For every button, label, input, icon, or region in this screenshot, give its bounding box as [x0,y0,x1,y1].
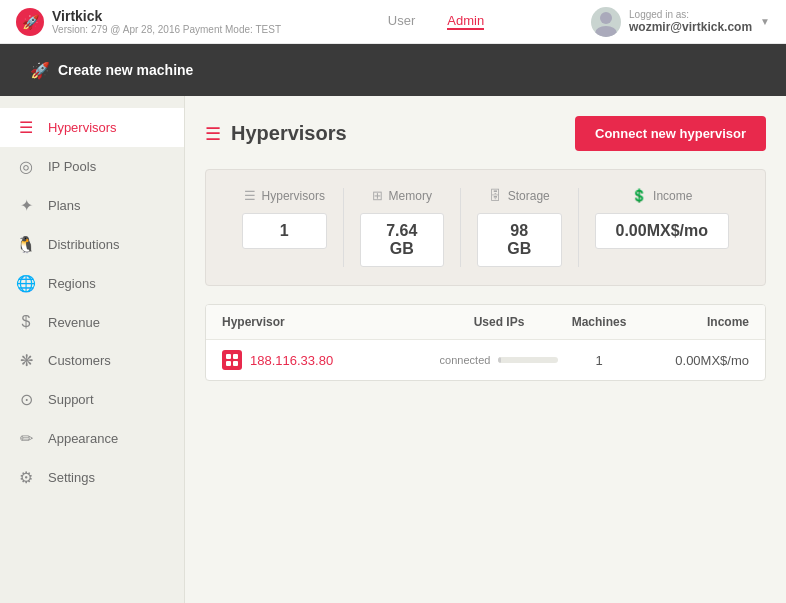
sidebar-item-ip-pools[interactable]: ◎ IP Pools [0,147,184,186]
cell-hypervisor: 188.116.33.80 [222,350,439,370]
brand-text: Virtkick Version: 279 @ Apr 28, 2016 Pay… [52,8,281,36]
sidebar-item-support[interactable]: ⊙ Support [0,380,184,419]
stat-storage: 🗄 Storage 98 GB [461,188,579,267]
rocket-icon: 🚀 [30,61,50,80]
col-machines: Machines [559,315,639,329]
page-header: ☰ Hypervisors Connect new hypervisor [205,116,766,151]
brand-version: Version: 279 @ Apr 28, 2016 Payment Mode… [52,24,281,35]
customers-icon: ❋ [16,351,36,370]
top-navbar: 🚀 Virtkick Version: 279 @ Apr 28, 2016 P… [0,0,786,44]
sidebar-label-hypervisors: Hypervisors [48,120,117,135]
svg-point-1 [595,26,617,37]
hypervisor-status-icon [222,350,242,370]
sidebar: ☰ Hypervisors ◎ IP Pools ✦ Plans 🐧 Distr… [0,96,185,603]
sidebar-label-customers: Customers [48,353,111,368]
regions-icon: 🌐 [16,274,36,293]
hypervisors-table: Hypervisor Used IPs Machines Income 188.… [205,304,766,381]
page-title: Hypervisors [231,122,347,145]
topnav-right: Logged in as: wozmir@virtkick.com ▼ [591,7,770,37]
stat-hypervisors: ☰ Hypervisors 1 [226,188,344,267]
brand-name: Virtkick [52,8,281,25]
stat-hypervisors-value: 1 [242,213,327,249]
sidebar-item-regions[interactable]: 🌐 Regions [0,264,184,303]
stat-income-value: 0.00MX$/mo [595,213,729,249]
user-info: Logged in as: wozmir@virtkick.com [629,9,752,34]
stats-panel: ☰ Hypervisors 1 ⊞ Memory 7.64 GB 🗄 Stora… [205,169,766,286]
sidebar-label-revenue: Revenue [48,315,100,330]
sidebar-item-distributions[interactable]: 🐧 Distributions [0,225,184,264]
col-used-ips: Used IPs [439,315,559,329]
user-menu-chevron[interactable]: ▼ [760,16,770,27]
used-ips-fill [498,357,501,363]
connect-hypervisor-button[interactable]: Connect new hypervisor [575,116,766,151]
sidebar-item-customers[interactable]: ❋ Customers [0,341,184,380]
stat-income: 💲 Income 0.00MX$/mo [579,188,745,267]
support-icon: ⊙ [16,390,36,409]
stat-storage-label: 🗄 Storage [489,188,550,203]
used-ips-progress [498,357,558,363]
sidebar-label-plans: Plans [48,198,81,213]
main-layout: ☰ Hypervisors ◎ IP Pools ✦ Plans 🐧 Distr… [0,96,786,603]
cell-used-ips: connected [439,354,559,366]
svg-point-0 [600,12,612,24]
stat-storage-value: 98 GB [477,213,562,267]
cell-machines: 1 [559,353,639,368]
admin-nav-link[interactable]: Admin [447,13,484,30]
sidebar-item-revenue[interactable]: $ Revenue [0,303,184,341]
avatar [591,7,621,37]
col-hypervisor: Hypervisor [222,315,439,329]
logged-email: wozmir@virtkick.com [629,20,752,34]
settings-icon: ⚙ [16,468,36,487]
sidebar-item-appearance[interactable]: ✏ Appearance [0,419,184,458]
stat-memory: ⊞ Memory 7.64 GB [344,188,462,267]
appearance-icon: ✏ [16,429,36,448]
brand-icon: 🚀 [16,8,44,36]
main-content: ☰ Hypervisors Connect new hypervisor ☰ H… [185,96,786,603]
distributions-icon: 🐧 [16,235,36,254]
table-row: 188.116.33.80 connected 1 0.00MX$/mo [206,340,765,380]
stat-memory-value: 7.64 GB [360,213,445,267]
sidebar-item-plans[interactable]: ✦ Plans [0,186,184,225]
sidebar-item-hypervisors[interactable]: ☰ Hypervisors [0,108,184,147]
user-nav-link[interactable]: User [388,13,415,30]
revenue-icon: $ [16,313,36,331]
connection-status: connected [440,354,491,366]
hypervisors-stat-icon: ☰ [244,188,256,203]
svg-rect-5 [233,361,238,366]
sidebar-label-ip-pools: IP Pools [48,159,96,174]
svg-rect-4 [226,361,231,366]
cell-income: 0.00MX$/mo [639,353,749,368]
income-stat-icon: 💲 [631,188,647,203]
stat-hypervisors-label: ☰ Hypervisors [244,188,325,203]
svg-rect-3 [233,354,238,359]
topnav-center: User Admin [388,13,484,30]
ip-pools-icon: ◎ [16,157,36,176]
sidebar-item-settings[interactable]: ⚙ Settings [0,458,184,497]
page-title-icon: ☰ [205,123,221,145]
sidebar-label-distributions: Distributions [48,237,120,252]
logged-as-label: Logged in as: [629,9,752,20]
sidebar-label-regions: Regions [48,276,96,291]
sidebar-label-appearance: Appearance [48,431,118,446]
storage-stat-icon: 🗄 [489,188,502,203]
col-income: Income [639,315,749,329]
sidebar-label-support: Support [48,392,94,407]
memory-stat-icon: ⊞ [372,188,383,203]
svg-rect-2 [226,354,231,359]
stat-income-label: 💲 Income [631,188,692,203]
hypervisor-ip[interactable]: 188.116.33.80 [250,353,333,368]
brand-area: 🚀 Virtkick Version: 279 @ Apr 28, 2016 P… [16,8,281,36]
action-bar: 🚀 Create new machine [0,44,786,96]
table-header: Hypervisor Used IPs Machines Income [206,305,765,340]
hypervisors-icon: ☰ [16,118,36,137]
create-machine-label: Create new machine [58,62,193,78]
plans-icon: ✦ [16,196,36,215]
create-machine-button[interactable]: 🚀 Create new machine [16,53,207,88]
sidebar-label-settings: Settings [48,470,95,485]
page-title-area: ☰ Hypervisors [205,122,347,145]
stat-memory-label: ⊞ Memory [372,188,432,203]
